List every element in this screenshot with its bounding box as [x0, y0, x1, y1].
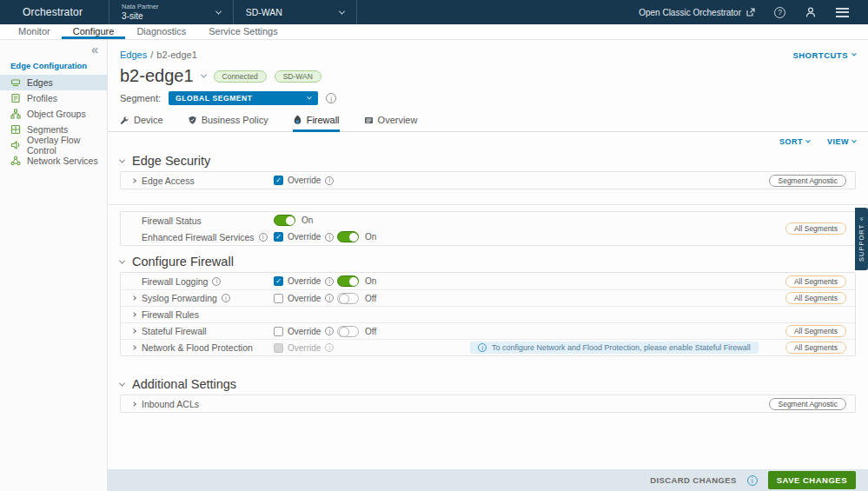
info-icon[interactable] — [326, 93, 336, 103]
inbound-acls-row[interactable]: Inbound ACLs Segment Agnostic — [121, 395, 855, 412]
sidebar-item-edges[interactable]: Edges — [0, 75, 107, 90]
discard-changes-button[interactable]: DISCARD CHANGES — [650, 475, 736, 485]
chevron-right-icon — [131, 401, 136, 407]
nav-item-configure[interactable]: Configure — [62, 24, 126, 39]
override-checkbox[interactable] — [274, 327, 283, 336]
section-divider — [108, 204, 868, 205]
toggle-state-label: On — [365, 232, 376, 242]
chevron-down-icon — [851, 51, 857, 56]
breadcrumb-current: b2-edge1 — [156, 50, 197, 60]
section-configure-firewall[interactable]: Configure Firewall — [120, 255, 856, 269]
sidebar-item-object-groups[interactable]: Object Groups — [0, 106, 107, 122]
section-edge-security[interactable]: Edge Security — [120, 154, 856, 168]
override-checkbox[interactable] — [274, 294, 283, 303]
nav-item-diagnostics[interactable]: Diagnostics — [125, 24, 197, 39]
info-icon[interactable] — [325, 343, 334, 352]
sidebar-item-label: Overlay Flow Control — [27, 135, 107, 156]
shield-icon — [188, 116, 197, 125]
info-icon[interactable] — [212, 277, 221, 286]
segments-icon — [10, 124, 21, 135]
all-segments-badge: All Segments — [785, 275, 846, 288]
override-checkbox[interactable] — [274, 276, 283, 286]
view-button[interactable]: VIEW — [827, 136, 856, 147]
info-icon[interactable] — [325, 233, 334, 242]
stateful-firewall-hint: To configure Network and Flood Protectio… — [470, 342, 759, 354]
sidebar-collapse-icon[interactable]: « — [0, 40, 107, 57]
edge-access-row[interactable]: Edge Access Override Segment Agnostic — [121, 172, 855, 189]
info-icon[interactable] — [222, 294, 230, 302]
override-checkbox[interactable] — [274, 176, 283, 185]
chevron-down-icon — [805, 138, 811, 143]
section-title: Edge Security — [132, 154, 210, 168]
profile-icon — [10, 93, 21, 103]
sidebar-item-network-services[interactable]: Network Services — [0, 153, 107, 169]
nav-item-monitor[interactable]: Monitor — [7, 24, 62, 39]
save-changes-button[interactable]: SAVE CHANGES — [768, 471, 856, 489]
info-icon[interactable] — [325, 176, 334, 185]
nav-item-service-settings[interactable]: Service Settings — [197, 24, 288, 39]
stateful-firewall-row[interactable]: Stateful Firewall Override Off All Segme… — [121, 322, 855, 339]
override-checkbox[interactable] — [274, 232, 283, 242]
all-segments-badge: All Segments — [785, 292, 846, 304]
breadcrumb-edges-link[interactable]: Edges — [120, 50, 147, 60]
chevron-right-icon — [131, 295, 136, 301]
toggle-state-label: Off — [365, 327, 376, 336]
info-icon[interactable] — [747, 475, 758, 486]
sort-button[interactable]: SORT — [779, 136, 810, 147]
edge-security-card: Edge Access Override Segment Agnostic — [120, 171, 856, 189]
override-label: Override — [288, 232, 321, 242]
topbar-divider — [356, 0, 357, 24]
network-flood-protection-row[interactable]: Network & Flood Protection Override To c… — [121, 339, 855, 355]
section-title: Additional Settings — [132, 377, 236, 391]
sidebar-item-label: Network Services — [27, 156, 98, 166]
shortcuts-button[interactable]: SHORTCUTS — [792, 50, 856, 60]
tab-firewall[interactable]: Firewall — [293, 115, 340, 132]
external-link-icon — [746, 8, 755, 17]
info-icon[interactable] — [325, 294, 334, 302]
tab-device[interactable]: Device — [120, 115, 163, 132]
main-content: Edges / b2-edge1 SHORTCUTS b2-edge1 Conn… — [108, 40, 868, 491]
service-dropdown[interactable]: SD-WAN — [234, 0, 356, 24]
segment-select[interactable]: GLOBAL SEGMENT — [169, 91, 318, 105]
info-icon[interactable] — [325, 327, 334, 335]
info-icon[interactable] — [325, 277, 334, 286]
sidebar-item-overlay-flow-control[interactable]: Overlay Flow Control — [0, 137, 107, 153]
additional-settings-card: Inbound ACLs Segment Agnostic — [120, 395, 856, 413]
open-classic-orchestrator-link[interactable]: Open Classic Orchestrator — [639, 8, 755, 17]
enhanced-firewall-toggle[interactable] — [337, 231, 359, 242]
syslog-forwarding-toggle[interactable] — [337, 293, 359, 304]
all-segments-badge: All Segments — [785, 222, 846, 235]
chevron-down-icon — [339, 8, 345, 14]
segment-label: Segment: — [120, 93, 161, 103]
firewall-status-toggle[interactable] — [274, 215, 295, 226]
stateful-firewall-toggle[interactable] — [337, 326, 359, 337]
tab-business-policy[interactable]: Business Policy — [188, 115, 268, 132]
toggle-state-label: On — [365, 276, 376, 286]
sidebar-item-label: Object Groups — [27, 109, 86, 119]
support-tab[interactable]: SUPPORT « — [855, 208, 868, 270]
override-label: Override — [288, 327, 321, 336]
section-additional-settings[interactable]: Additional Settings — [120, 377, 856, 391]
user-icon[interactable] — [805, 6, 817, 18]
syslog-forwarding-row[interactable]: Syslog Forwarding Override Off All Segme… — [121, 289, 855, 306]
title-dropdown-chevron-icon[interactable] — [200, 72, 206, 78]
partner-dropdown[interactable]: Nata Partner 3-site — [109, 0, 233, 24]
info-icon[interactable] — [259, 233, 268, 242]
sidebar-item-profiles[interactable]: Profiles — [0, 90, 107, 106]
menu-icon[interactable] — [836, 8, 849, 17]
firewall-rules-row[interactable]: Firewall Rules — [121, 306, 855, 322]
partner-name: Nata Partner — [122, 3, 159, 11]
sort-label: SORT — [779, 137, 803, 146]
double-chevron-icon: « — [858, 216, 865, 221]
help-icon[interactable] — [774, 7, 785, 18]
setting-label: Edge Access — [142, 176, 195, 186]
segment-agnostic-badge: Segment Agnostic — [769, 175, 846, 187]
edge-icon — [10, 77, 21, 88]
setting-label: Firewall Logging — [142, 276, 208, 287]
info-icon — [478, 343, 487, 352]
setting-label: Enhanced Firewall Services — [142, 232, 255, 242]
chevron-right-icon — [131, 312, 136, 317]
chevron-down-icon — [119, 257, 125, 263]
tab-overview[interactable]: Overview — [364, 115, 418, 132]
firewall-logging-toggle[interactable] — [337, 275, 359, 287]
